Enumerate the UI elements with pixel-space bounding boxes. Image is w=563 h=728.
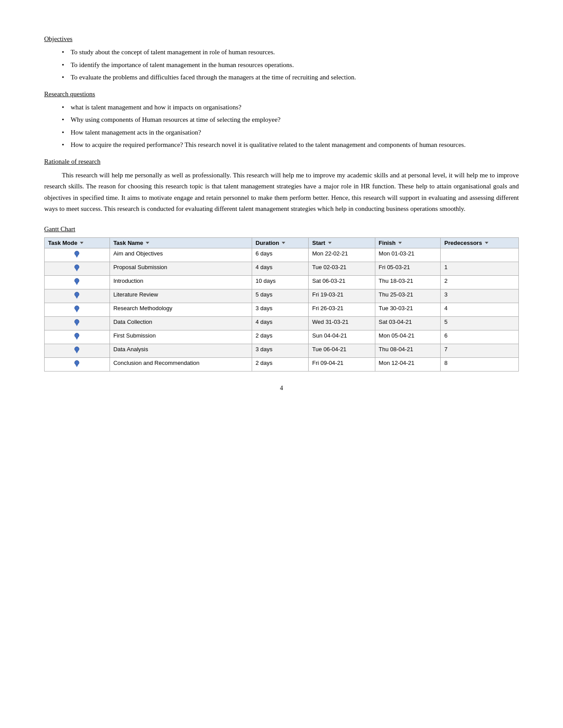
task-mode-cell — [45, 316, 110, 330]
svg-point-0 — [75, 251, 79, 255]
predecessors-cell: 4 — [441, 303, 519, 316]
list-item: How to acquire the required performance?… — [62, 140, 519, 150]
finish-cell: Mon 05-04-21 — [375, 330, 441, 344]
duration-cell: 3 days — [252, 303, 308, 316]
task-mode-cell — [45, 248, 110, 262]
finish-cell: Tue 30-03-21 — [375, 303, 441, 316]
finish-cell: Mon 12-04-21 — [375, 357, 441, 371]
start-cell: Sat 06-03-21 — [309, 275, 375, 289]
svg-marker-5 — [76, 283, 78, 285]
svg-point-8 — [75, 306, 79, 310]
list-item: To identify the importance of talent man… — [62, 60, 519, 70]
rationale-heading: Rationale of research — [44, 158, 100, 165]
objectives-section: Objectives To study about the concept of… — [44, 35, 519, 83]
svg-point-4 — [75, 278, 79, 283]
task-mode-icon — [73, 346, 81, 354]
duration-sort-icon[interactable] — [282, 242, 285, 244]
page-number: 4 — [44, 385, 519, 392]
duration-cell: 2 days — [252, 330, 308, 344]
svg-point-10 — [75, 319, 79, 324]
finish-cell: Thu 18-03-21 — [375, 275, 441, 289]
table-row: Proposal Submission4 daysTue 02-03-21Fri… — [45, 262, 519, 275]
table-row: Literature Review5 daysFri 19-03-21Thu 2… — [45, 289, 519, 303]
table-row: Data Collection4 daysWed 31-03-21Sat 03-… — [45, 316, 519, 330]
duration-cell: 2 days — [252, 357, 308, 371]
col-finish[interactable]: Finish — [375, 237, 441, 248]
gantt-heading: Gantt Chart — [44, 225, 75, 233]
gantt-chart-section: Gantt Chart Task Mode Task Name — [44, 225, 519, 372]
table-row: Research Methodology3 daysFri 26-03-21Tu… — [45, 303, 519, 316]
duration-cell: 3 days — [252, 344, 308, 357]
start-cell: Fri 09-04-21 — [309, 357, 375, 371]
start-cell: Tue 06-04-21 — [309, 344, 375, 357]
start-cell: Mon 22-02-21 — [309, 248, 375, 262]
predecessors-cell: 3 — [441, 289, 519, 303]
col-task-mode[interactable]: Task Mode — [45, 237, 110, 248]
finish-cell: Thu 25-03-21 — [375, 289, 441, 303]
research-questions-list: what is talent management and how it imp… — [62, 102, 519, 150]
table-row: Data Analysis3 daysTue 06-04-21Thu 08-04… — [45, 344, 519, 357]
task-name-cell: Introduction — [110, 275, 252, 289]
predecessors-cell: 1 — [441, 262, 519, 275]
task-mode-icon — [73, 278, 81, 285]
col-predecessors[interactable]: Predecessors — [441, 237, 519, 248]
predecessors-sort-icon[interactable] — [485, 242, 488, 244]
start-cell: Tue 02-03-21 — [309, 262, 375, 275]
svg-point-14 — [75, 347, 79, 351]
task-mode-cell — [45, 303, 110, 316]
svg-marker-17 — [76, 365, 78, 367]
finish-sort-icon[interactable] — [398, 242, 402, 244]
list-item: To study about the concept of talent man… — [62, 47, 519, 57]
col-task-name[interactable]: Task Name — [110, 237, 252, 248]
task-mode-icon — [73, 250, 81, 258]
predecessors-cell: 7 — [441, 344, 519, 357]
svg-point-2 — [75, 265, 79, 269]
rationale-paragraph: This research will help me personally as… — [44, 170, 519, 215]
task-name-cell: Conclusion and Recommendation — [110, 357, 252, 371]
start-sort-icon[interactable] — [328, 242, 332, 244]
duration-cell: 5 days — [252, 289, 308, 303]
svg-point-12 — [75, 333, 79, 338]
task-mode-cell — [45, 330, 110, 344]
list-item: To evaluate the problems and difficultie… — [62, 72, 519, 83]
svg-marker-11 — [76, 324, 78, 326]
start-cell: Fri 19-03-21 — [309, 289, 375, 303]
task-name-cell: Data Collection — [110, 316, 252, 330]
svg-marker-15 — [76, 351, 78, 353]
duration-cell: 10 days — [252, 275, 308, 289]
predecessors-cell — [441, 248, 519, 262]
task-name-cell: First Submission — [110, 330, 252, 344]
task-name-cell: Literature Review — [110, 289, 252, 303]
rationale-section: Rationale of research This research will… — [44, 158, 519, 215]
task-mode-sort-icon[interactable] — [80, 242, 83, 244]
list-item: what is talent management and how it imp… — [62, 102, 519, 113]
table-row: Conclusion and Recommendation2 daysFri 0… — [45, 357, 519, 371]
objectives-list: To study about the concept of talent man… — [62, 47, 519, 83]
task-name-sort-icon[interactable] — [146, 242, 149, 244]
task-mode-cell — [45, 357, 110, 371]
start-cell: Sun 04-04-21 — [309, 330, 375, 344]
predecessors-cell: 5 — [441, 316, 519, 330]
svg-marker-3 — [76, 269, 78, 271]
task-mode-icon — [73, 264, 81, 272]
task-mode-cell — [45, 262, 110, 275]
duration-cell: 4 days — [252, 316, 308, 330]
svg-marker-7 — [76, 296, 78, 299]
predecessors-cell: 2 — [441, 275, 519, 289]
svg-marker-13 — [76, 338, 78, 340]
research-questions-heading: Research questions — [44, 90, 95, 98]
task-mode-icon — [73, 332, 81, 340]
col-duration[interactable]: Duration — [252, 237, 308, 248]
col-start[interactable]: Start — [309, 237, 375, 248]
finish-cell: Thu 08-04-21 — [375, 344, 441, 357]
table-row: Aim and Objectives6 daysMon 22-02-21Mon … — [45, 248, 519, 262]
svg-marker-9 — [76, 310, 78, 312]
task-mode-icon — [73, 291, 81, 299]
svg-marker-1 — [76, 255, 78, 258]
task-mode-cell — [45, 344, 110, 357]
finish-cell: Fri 05-03-21 — [375, 262, 441, 275]
svg-point-16 — [75, 360, 79, 365]
list-item: How talent management acts in the organi… — [62, 128, 519, 138]
task-mode-icon — [73, 305, 81, 313]
list-item: Why using components of Human resources … — [62, 115, 519, 125]
